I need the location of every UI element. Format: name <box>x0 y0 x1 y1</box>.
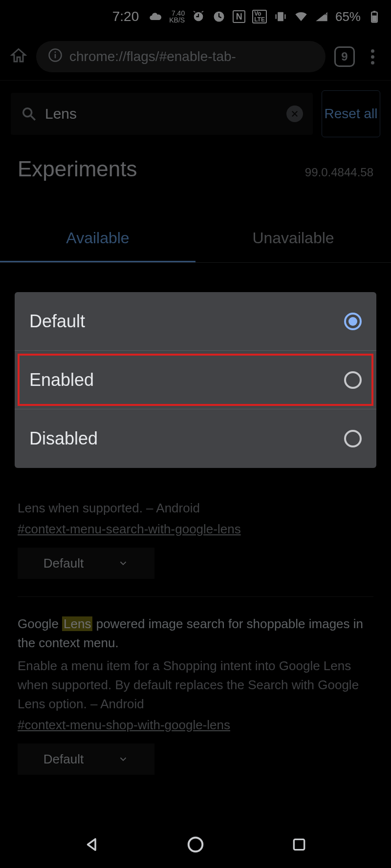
search-icon <box>21 106 37 122</box>
clear-search-button[interactable] <box>286 106 303 122</box>
navigation-bar <box>0 821 391 868</box>
option-label: Default <box>29 311 85 332</box>
recents-button[interactable] <box>287 833 311 856</box>
chevron-down-icon <box>118 558 129 569</box>
svg-text:x: x <box>325 10 327 16</box>
clock-icon <box>212 10 226 23</box>
vibrate-icon <box>274 10 287 23</box>
svg-point-11 <box>23 108 32 117</box>
svg-line-12 <box>31 116 35 120</box>
alarm-icon <box>192 10 205 23</box>
status-bar: 7:20 7.40KB/S N VoLTE x 65% <box>0 0 391 33</box>
wifi-icon <box>294 10 308 23</box>
info-icon <box>48 48 63 66</box>
tab-unavailable[interactable]: Unavailable <box>196 220 391 262</box>
cloud-icon <box>149 10 162 23</box>
svg-rect-9 <box>55 54 56 58</box>
flag-select-value: Default <box>43 556 84 571</box>
reset-all-button[interactable]: Reset all <box>322 90 380 137</box>
status-time: 7:20 <box>112 9 139 24</box>
flag-description: Enable a menu item for a Shopping intent… <box>18 656 373 714</box>
more-menu-button[interactable] <box>364 49 381 64</box>
search-value: Lens <box>45 106 279 122</box>
tab-available[interactable]: Available <box>0 220 196 262</box>
tab-switcher-button[interactable]: 9 <box>334 46 355 67</box>
signal-icon: x <box>315 10 328 23</box>
select-option-enabled[interactable]: Enabled <box>15 351 376 409</box>
svg-rect-6 <box>372 16 376 22</box>
flag-item: Google Lens powered image search for sho… <box>0 597 391 775</box>
select-popup: Default Enabled Disabled <box>15 292 376 468</box>
flag-hash-link[interactable]: #context-menu-search-with-google-lens <box>18 522 241 537</box>
version-text: 99.0.4844.58 <box>305 166 373 179</box>
home-button[interactable] <box>184 833 207 856</box>
svg-rect-2 <box>275 14 276 19</box>
back-button[interactable] <box>80 833 104 856</box>
radio-unselected-icon <box>344 371 362 389</box>
flag-select-dropdown[interactable]: Default <box>18 743 154 775</box>
select-option-disabled[interactable]: Disabled <box>15 409 376 468</box>
flag-description: Lens when supported. – Android <box>18 499 373 518</box>
nfc-icon: N <box>233 10 245 23</box>
tab-count: 9 <box>341 50 348 64</box>
page-title: Experiments <box>18 157 137 181</box>
svg-rect-10 <box>55 51 56 53</box>
select-option-default[interactable]: Default <box>15 292 376 351</box>
svg-rect-3 <box>284 14 285 19</box>
battery-percent: 65% <box>335 9 361 24</box>
radio-unselected-icon <box>344 430 362 447</box>
home-icon[interactable] <box>10 47 27 66</box>
svg-rect-1 <box>278 12 283 21</box>
flag-hash-link[interactable]: #context-menu-shop-with-google-lens <box>18 718 230 733</box>
search-input[interactable]: Lens <box>11 93 313 135</box>
flag-select-dropdown[interactable]: Default <box>18 548 154 579</box>
url-text: chrome://flags/#enable-tab- <box>69 49 236 64</box>
tabs: Available Unavailable <box>0 220 391 263</box>
option-label: Enabled <box>29 370 94 390</box>
flag-title: Google Lens powered image search for sho… <box>18 614 373 653</box>
svg-rect-7 <box>373 11 376 13</box>
svg-rect-14 <box>294 839 304 849</box>
browser-toolbar: chrome://flags/#enable-tab- 9 <box>0 33 391 80</box>
url-bar[interactable]: chrome://flags/#enable-tab- <box>36 41 326 72</box>
option-label: Disabled <box>29 428 98 449</box>
battery-icon <box>368 10 381 23</box>
volte-icon: VoLTE <box>252 10 267 23</box>
radio-selected-icon <box>344 313 362 330</box>
network-speed: 7.40KB/S <box>169 10 185 23</box>
svg-point-13 <box>189 838 203 852</box>
flag-select-value: Default <box>43 752 84 767</box>
chevron-down-icon <box>118 754 129 764</box>
search-highlight: Lens <box>62 616 92 631</box>
